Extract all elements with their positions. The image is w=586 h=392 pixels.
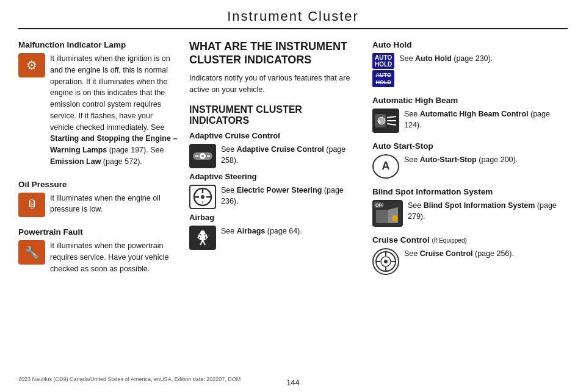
airbag-title: Airbag [189, 213, 356, 222]
blind-spot-text: See Blind Spot Information System (page … [408, 200, 568, 222]
auto-hold-icons: AUTOHOLD AUTOHOLD [372, 53, 394, 87]
intro-text: Indicators notify you of various feature… [189, 73, 356, 96]
section-adaptive-cruise: Adaptive Cruise Control See Adaptive Cru… [189, 131, 356, 168]
svg-rect-27 [376, 210, 388, 223]
powertrain-title: Powertrain Fault [18, 227, 178, 237]
big-title: WHAT ARE THE INSTRUMENT CLUSTER INDICATO… [189, 40, 356, 66]
left-column: Malfunction Indicator Lamp ⚙ It illumina… [18, 40, 189, 280]
auto-hold-badge-2: AUTOHOLD [372, 70, 394, 87]
section-blind-spot: Blind Spot Information System OFF See Bl… [372, 187, 568, 227]
auto-hold-text: See Auto Hold (page 230). [399, 53, 493, 64]
auto-start-stop-text: See Auto-Start-Stop (page 200). [404, 154, 518, 165]
page-title: Instrument Cluster [227, 9, 359, 24]
section-oil-pressure: Oil Pressure 🛢 It illuminates when the e… [18, 180, 178, 218]
powertrain-body: It illuminates when the powertrain requi… [50, 240, 178, 274]
adaptive-cruise-text: See Adaptive Cruise Control (page 258). [221, 144, 356, 166]
auto-high-beam-icon: A [372, 109, 399, 133]
svg-point-6 [201, 195, 204, 199]
section-auto-start-stop: Auto Start-Stop A See Auto-Start-Stop (p… [372, 141, 568, 179]
section-malfunction: Malfunction Indicator Lamp ⚙ It illumina… [18, 40, 178, 170]
blind-spot-title: Blind Spot Information System [372, 187, 568, 196]
svg-line-22 [387, 124, 396, 125]
section-airbag: Airbag See Airbags (page 64). [189, 213, 356, 250]
blind-spot-icon: OFF [372, 200, 403, 227]
cruise-control-icon [372, 248, 399, 275]
malfunction-body: It illuminates when the ignition is on a… [50, 53, 178, 168]
adaptive-steering-icon: ! [189, 185, 216, 209]
right-column: Auto Hold AUTOHOLD AUTOHOLD See Auto Hol… [366, 40, 568, 280]
auto-high-beam-title: Automatic High Beam [372, 96, 568, 105]
cruise-control-title: Cruise Control (If Equipped) [372, 235, 568, 244]
page-header: Instrument Cluster [0, 0, 586, 29]
section-adaptive-steering: Adaptive Steering ! See Electric Power S… [189, 172, 356, 209]
section-auto-high-beam: Automatic High Beam A See Automatic High… [372, 96, 568, 133]
auto-high-beam-text: See Automatic High Beam Control (page 12… [404, 109, 568, 130]
cruise-if-equipped: (If Equipped) [432, 237, 467, 244]
airbag-icon [189, 226, 216, 250]
svg-text:A: A [378, 119, 382, 124]
adaptive-cruise-title: Adaptive Cruise Control [189, 131, 356, 140]
auto-start-stop-icon: A [372, 154, 399, 179]
svg-line-20 [387, 116, 396, 118]
adaptive-cruise-icon [189, 144, 216, 168]
section-powertrain: Powertrain Fault 🔧 It illuminates when t… [18, 227, 178, 277]
svg-line-14 [203, 240, 205, 245]
cruise-control-text: See Cruise Control (page 256). [404, 248, 514, 259]
footer-note: 2023 Nautilus (CD9) Canada/United States… [18, 376, 241, 382]
malfunction-icon: ⚙ [18, 53, 45, 77]
oil-pressure-title: Oil Pressure [18, 180, 178, 189]
powertrain-icon: 🔧 [18, 240, 45, 265]
section-auto-hold: Auto Hold AUTOHOLD AUTOHOLD See Auto Hol… [372, 40, 568, 87]
instrument-subtitle: INSTRUMENT CLUSTER INDICATORS [189, 104, 356, 126]
oil-pressure-body: It illuminates when the engine oil press… [50, 193, 178, 216]
section-cruise-control: Cruise Control (If Equipped) See Cru [372, 235, 568, 275]
airbag-text: See Airbags (page 64). [221, 226, 302, 237]
auto-hold-badge-1: AUTOHOLD [372, 53, 394, 69]
svg-text:!: ! [202, 200, 204, 205]
svg-point-36 [384, 260, 388, 263]
svg-point-2 [201, 155, 204, 157]
auto-hold-title: Auto Hold [372, 40, 568, 49]
oil-pressure-icon: 🛢 [18, 193, 45, 217]
auto-start-stop-title: Auto Start-Stop [372, 141, 568, 151]
adaptive-steering-title: Adaptive Steering [189, 172, 356, 181]
middle-column: WHAT ARE THE INSTRUMENT CLUSTER INDICATO… [189, 40, 366, 280]
svg-point-29 [392, 215, 398, 221]
adaptive-steering-text: See Electric Power Steering (page 236). [221, 185, 356, 207]
svg-text:OFF: OFF [375, 203, 385, 207]
svg-line-13 [200, 240, 203, 245]
malfunction-title: Malfunction Indicator Lamp [18, 40, 178, 49]
page-footer: 2023 Nautilus (CD9) Canada/United States… [0, 378, 586, 387]
